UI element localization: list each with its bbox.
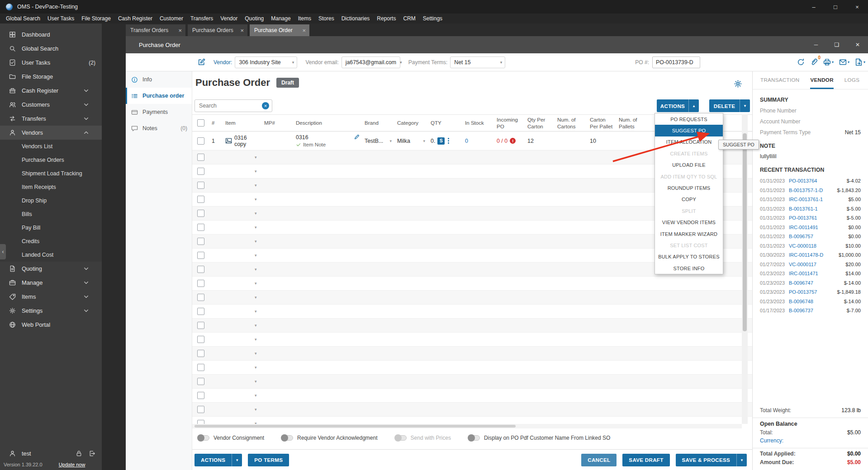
transaction-link[interactable]: IRC-0013761-1 — [789, 197, 848, 202]
edit-pencil-icon[interactable] — [354, 134, 360, 140]
sidebar-item-dashboard[interactable]: Dashboard — [0, 28, 102, 42]
column-header[interactable]: Brand — [362, 119, 394, 126]
actions-button[interactable]: ACTIONS — [657, 99, 688, 112]
transaction-link[interactable]: PO-0013757 — [789, 289, 837, 295]
tab-transfer-orders[interactable]: Transfer Orders× — [126, 24, 185, 36]
column-header[interactable]: Description — [293, 119, 362, 126]
lock-icon[interactable] — [76, 450, 82, 457]
chevron-down-icon[interactable]: ▾ — [736, 454, 747, 466]
transaction-link[interactable]: B-0013761-1 — [789, 206, 847, 212]
column-header[interactable]: Incoming PO — [494, 116, 525, 130]
chevron-down-icon[interactable]: ▾ — [255, 183, 257, 188]
vertical-scrollbar[interactable] — [742, 114, 748, 424]
row-checkbox[interactable] — [197, 154, 204, 161]
window-close-button[interactable]: ✕ — [847, 36, 868, 53]
display-customer-name-toggle[interactable]: Display on PO Pdf Customer Name From Lin… — [468, 435, 610, 441]
row-checkbox[interactable] — [197, 406, 204, 413]
sidebar-subitem[interactable]: Drop Ship — [0, 194, 102, 207]
tab-purchase-order[interactable]: Purchase Order× — [250, 24, 309, 36]
chevron-down-icon[interactable]: ▾ — [255, 379, 257, 384]
po-terms-button[interactable]: PO TERMS — [248, 454, 289, 466]
chevron-down-icon[interactable]: ▾ — [740, 99, 750, 112]
chevron-down-icon[interactable]: ▾ — [255, 225, 257, 230]
num-of-cartons-cell[interactable] — [555, 132, 587, 150]
menu-item-item-allocation[interactable]: ITEM ALLOCATION — [655, 136, 723, 148]
menubar-item[interactable]: Manage — [267, 14, 294, 24]
menu-item-suggest-po[interactable]: SUGGEST PO — [655, 125, 723, 136]
logout-icon[interactable] — [89, 450, 95, 457]
menu-item-upload-file[interactable]: UPLOAD FILE — [655, 160, 723, 171]
chevron-down-icon[interactable]: ▾ — [255, 169, 257, 174]
menubar-item[interactable]: Transfers — [187, 14, 217, 24]
sidebar-subitem[interactable]: Credits — [0, 235, 102, 248]
po-number-input[interactable] — [652, 56, 700, 68]
sidebar-subitem[interactable]: Pay Bill — [0, 221, 102, 235]
cancel-button[interactable]: CANCEL — [581, 454, 617, 466]
menubar-item[interactable]: Cash Register — [114, 14, 156, 24]
menubar-item[interactable]: Settings — [419, 14, 446, 24]
column-header[interactable]: Num. of Cartons — [555, 116, 587, 130]
chevron-down-icon[interactable]: ▾ — [255, 407, 257, 412]
toggle-switch[interactable] — [468, 435, 480, 441]
delete-button[interactable]: DELETE — [709, 99, 740, 112]
row-checkbox[interactable] — [197, 294, 204, 301]
tab-logs[interactable]: LOGS — [844, 71, 859, 89]
sidebar-item-vendors[interactable]: Vendors — [0, 126, 102, 140]
transaction-link[interactable]: IRC-0011478-D — [789, 252, 839, 258]
toggle-switch[interactable] — [198, 435, 209, 441]
column-header[interactable]: Item — [223, 119, 261, 126]
row-checkbox[interactable] — [197, 280, 204, 287]
menu-item-item-marker-wizard[interactable]: ITEM MARKER WIZARD — [655, 228, 723, 240]
row-checkbox[interactable] — [197, 266, 204, 273]
column-header[interactable]: MP# — [261, 119, 293, 126]
chevron-down-icon[interactable]: ▾ — [255, 267, 257, 272]
sidebar-subitem[interactable]: Purchase Orders — [0, 153, 102, 167]
sidebar-item-user-tasks[interactable]: User Tasks(2) — [0, 56, 102, 70]
menubar-item[interactable]: Customer — [156, 14, 187, 24]
currency-link[interactable]: Currency: — [760, 437, 861, 444]
in-stock-link[interactable]: 0 — [465, 138, 468, 144]
horizontal-scrollbar[interactable] — [192, 424, 742, 428]
qty-cell[interactable]: 0.S — [428, 132, 462, 150]
sidebar-item-transfers[interactable]: Transfers — [0, 112, 102, 126]
row-checkbox[interactable] — [197, 210, 204, 217]
transaction-link[interactable]: PO-0013761 — [789, 215, 847, 221]
chevron-down-icon[interactable]: ▾ — [232, 454, 242, 466]
payment-terms-select[interactable]: Net 15▾ — [450, 56, 505, 68]
column-header[interactable]: In Stock — [462, 119, 494, 126]
sidebar-subitem[interactable]: Shipment Load Tracking — [0, 167, 102, 180]
chevron-down-icon[interactable]: ▾ — [255, 295, 257, 300]
update-now-link[interactable]: Update now — [59, 462, 85, 467]
sidebar-item-cash-register[interactable]: Cash Register — [0, 84, 102, 98]
panel-collapse-arrow[interactable]: ‹ — [0, 244, 6, 259]
transaction-link[interactable]: B-0013757-1-D — [789, 188, 837, 193]
row-checkbox[interactable] — [197, 308, 204, 315]
mp-cell[interactable] — [261, 132, 293, 150]
item-note[interactable]: Item Note — [296, 141, 326, 147]
search-input[interactable] — [199, 103, 262, 109]
clear-search-icon[interactable]: × — [262, 102, 269, 109]
nav-item-purchase-order[interactable]: Purchase order — [126, 88, 192, 104]
column-header[interactable]: QTY — [428, 119, 462, 126]
transaction-link[interactable]: B-0096747 — [789, 280, 844, 286]
save-draft-button[interactable]: SAVE DRAFT — [622, 454, 669, 466]
row-checkbox[interactable] — [197, 322, 204, 329]
menu-item-bulk-apply-to-stores[interactable]: BULK APPLY TO STORES — [655, 251, 723, 263]
email-icon[interactable]: ▾ — [839, 58, 849, 66]
transaction-link[interactable]: IRC-0011471 — [789, 271, 845, 276]
description-cell[interactable]: 0316 Item Note — [293, 132, 362, 150]
chevron-down-icon[interactable]: ▾ — [255, 337, 257, 342]
carton-per-pallet-cell[interactable]: 10 — [587, 132, 616, 150]
sidebar-item-file-storage[interactable]: File Storage — [0, 70, 102, 84]
refresh-icon[interactable] — [797, 58, 805, 66]
tab-vendor[interactable]: VENDOR — [810, 71, 833, 89]
app-close-button[interactable]: × — [846, 0, 868, 14]
transaction-link[interactable]: B-0096737 — [789, 308, 847, 313]
print-icon[interactable]: ▾ — [823, 58, 834, 66]
menubar-item[interactable]: Vendor — [217, 14, 241, 24]
qty-per-carton-cell[interactable]: 12 — [525, 132, 555, 150]
sidebar-subitem[interactable]: Bills — [0, 207, 102, 221]
sidebar-subitem[interactable]: Vendors List — [0, 140, 102, 153]
menubar-item[interactable]: CRM — [399, 14, 419, 24]
menubar-item[interactable]: User Tasks — [44, 14, 78, 24]
